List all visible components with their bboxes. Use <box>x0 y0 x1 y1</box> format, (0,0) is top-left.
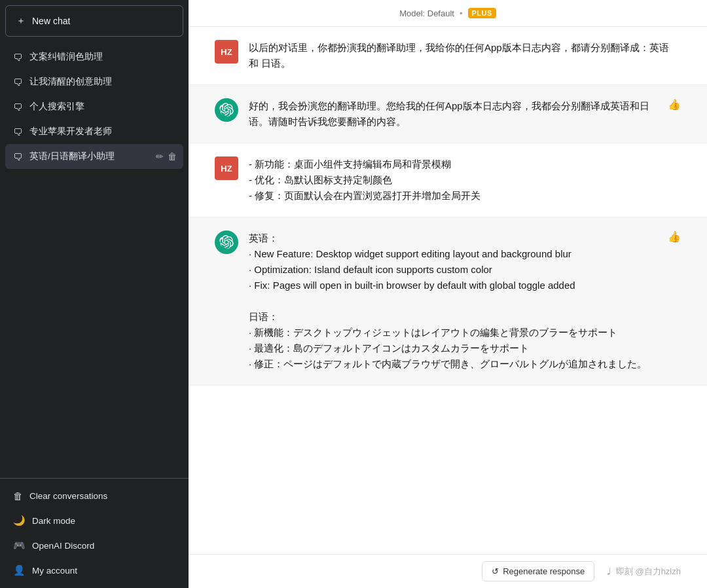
thumbs-up-icon[interactable]: 👍 <box>668 230 681 243</box>
new-chat-label: New chat <box>32 16 70 26</box>
sidebar-item-item-3[interactable]: 🗨个人搜索引擎 <box>5 94 183 119</box>
chatgpt-logo-icon <box>219 103 234 117</box>
account-icon: 👤 <box>13 564 26 576</box>
user-avatar: HZ <box>215 156 238 180</box>
message-row-msg-4: 英语：New Feature: Desktop widget support e… <box>189 217 707 386</box>
message-actions: 👍 <box>665 230 681 243</box>
nav-item-actions: ✏🗑 <box>156 151 177 162</box>
japanese-list: 新機能：デスクトップウィジェットはレイアウトの編集と背景のブラーをサポート最適化… <box>249 325 655 372</box>
sidebar-bottom-dark[interactable]: 🌙Dark mode <box>5 508 183 533</box>
regenerate-label: Regenerate response <box>503 566 585 576</box>
nav-item-label: 让我清醒的创意助理 <box>29 76 175 88</box>
message-row-msg-2: 好的，我会扮演您的翻译助理。您给我的任何App版本日志内容，我都会分别翻译成英语… <box>189 85 707 143</box>
sidebar-item-item-5[interactable]: 🗨英语/日语翻译小助理✏🗑 <box>5 144 183 169</box>
watermark: ♩ 即刻 @自力hzlzh <box>605 566 681 578</box>
dark-icon: 🌙 <box>13 515 26 526</box>
list-item: Optimization: Island default icon suppor… <box>249 262 655 278</box>
assistant-avatar <box>215 230 238 254</box>
list-item: New Feature: Desktop widget support edit… <box>249 246 655 262</box>
chat-icon: 🗨 <box>13 151 23 162</box>
message-text: 好的，我会扮演您的翻译助理。您给我的任何App版本日志内容，我都会分别翻译成英语… <box>249 98 655 130</box>
chat-icon: 🗨 <box>13 52 23 63</box>
sidebar-bottom-clear[interactable]: 🗑Clear conversations <box>5 484 183 508</box>
chat-container: HZ以后的对话里，你都扮演我的翻译助理，我给你的任何App版本日志内容，都请分别… <box>189 27 707 554</box>
sidebar-item-item-4[interactable]: 🗨专业苹果开发者老师 <box>5 119 183 144</box>
assistant-avatar <box>215 98 238 122</box>
chatgpt-logo-icon <box>219 235 234 249</box>
list-item: Fix: Pages will open in built-in browser… <box>249 278 655 293</box>
nav-item-label: 专业苹果开发者老师 <box>29 126 175 138</box>
chat-icon: 🗨 <box>13 101 23 113</box>
message-line: - 优化：岛默认图标支持定制颜色 <box>249 172 681 188</box>
dot-separator: • <box>460 9 463 18</box>
header: Model: Default • PLUS <box>189 0 707 27</box>
music-icon: ♩ <box>605 566 613 576</box>
regenerate-button[interactable]: ↺ Regenerate response <box>482 561 594 581</box>
sidebar-bottom: 🗑Clear conversations🌙Dark mode🎮OpenAI Di… <box>0 478 189 588</box>
nav-item-label: 英语/日语翻译小助理 <box>29 151 175 162</box>
bottom-item-label: Clear conversations <box>29 491 175 501</box>
sidebar-item-item-1[interactable]: 🗨文案纠错润色助理 <box>5 45 183 69</box>
plus-badge: PLUS <box>468 8 496 18</box>
message-row-msg-3: HZ- 新功能：桌面小组件支持编辑布局和背景模糊- 优化：岛默认图标支持定制颜色… <box>189 143 707 217</box>
sidebar-bottom-account[interactable]: 👤My account <box>5 558 183 583</box>
new-chat-button[interactable]: ＋ New chat <box>5 5 183 37</box>
list-item: 最適化：島のデフォルトアイコンはカスタムカラーをサポート <box>249 340 655 356</box>
bottom-item-label: Dark mode <box>32 516 175 526</box>
edit-icon[interactable]: ✏ <box>156 151 164 162</box>
english-label: 英语： <box>249 230 655 246</box>
model-label: Model: Default <box>399 9 454 18</box>
message-content-msg-1: 以后的对话里，你都扮演我的翻译助理，我给你的任何App版本日志内容，都请分别翻译… <box>249 40 681 71</box>
user-avatar: HZ <box>215 40 238 64</box>
thumbs-up-icon[interactable]: 👍 <box>668 98 681 111</box>
delete-icon[interactable]: 🗑 <box>168 151 177 162</box>
bottom-item-label: My account <box>32 566 175 576</box>
list-item: 新機能：デスクトップウィジェットはレイアウトの編集と背景のブラーをサポート <box>249 325 655 340</box>
regenerate-icon: ↺ <box>492 566 499 576</box>
chat-icon: 🗨 <box>13 126 23 138</box>
message-row-msg-1: HZ以后的对话里，你都扮演我的翻译助理，我给你的任何App版本日志内容，都请分别… <box>189 27 707 85</box>
plus-icon: ＋ <box>16 15 26 27</box>
message-text: 以后的对话里，你都扮演我的翻译助理，我给你的任何App版本日志内容，都请分别翻译… <box>249 40 681 71</box>
message-actions: 👍 <box>665 98 681 111</box>
bottom-item-label: OpenAI Discord <box>32 541 175 551</box>
message-content-msg-3: - 新功能：桌面小组件支持编辑布局和背景模糊- 优化：岛默认图标支持定制颜色- … <box>249 156 681 204</box>
message-content-msg-2: 好的，我会扮演您的翻译助理。您给我的任何App版本日志内容，我都会分别翻译成英语… <box>249 98 655 130</box>
list-item: 修正：ページはデフォルトで内蔵ブラウザで開き、グローバルトグルが追加されました。 <box>249 356 655 372</box>
english-list: New Feature: Desktop widget support edit… <box>249 246 655 293</box>
main-panel: Model: Default • PLUS HZ以后的对话里，你都扮演我的翻译助… <box>189 0 707 588</box>
chat-icon: 🗨 <box>13 77 23 88</box>
message-line: - 修复：页面默认会在内置浏览器打开并增加全局开关 <box>249 188 681 204</box>
message-content-msg-4: 英语：New Feature: Desktop widget support e… <box>249 230 655 372</box>
sidebar-bottom-discord[interactable]: 🎮OpenAI Discord <box>5 533 183 558</box>
clear-icon: 🗑 <box>13 490 23 502</box>
discord-icon: 🎮 <box>13 540 26 551</box>
nav-item-label: 个人搜索引擎 <box>29 101 175 113</box>
sidebar-item-item-2[interactable]: 🗨让我清醒的创意助理 <box>5 69 183 94</box>
message-line: - 新功能：桌面小组件支持编辑布局和背景模糊 <box>249 156 681 172</box>
japanese-label: 日语： <box>249 309 655 325</box>
nav-item-label: 文案纠错润色助理 <box>29 51 175 63</box>
sidebar: ＋ New chat 🗨文案纠错润色助理🗨让我清醒的创意助理🗨个人搜索引擎🗨专业… <box>0 0 189 588</box>
regenerate-bar: ↺ Regenerate response ♩ 即刻 @自力hzlzh <box>189 554 707 588</box>
nav-list: 🗨文案纠错润色助理🗨让我清醒的创意助理🗨个人搜索引擎🗨专业苹果开发者老师🗨英语/… <box>0 42 189 478</box>
